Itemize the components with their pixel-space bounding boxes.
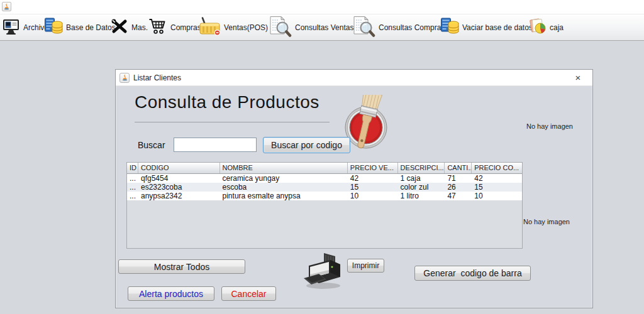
column-header-precio-ve[interactable]: PRECIO VE... <box>348 163 398 173</box>
table-row[interactable]: ... qfg5454 ceramica yungay 42 1 caja 71… <box>127 174 522 183</box>
java-app-icon <box>2 2 11 11</box>
column-header-nombre[interactable]: NOMBRE <box>220 163 348 173</box>
search-label: Buscar <box>138 140 165 150</box>
cell-nombre: escoba <box>220 183 348 192</box>
main-toolbar: Archivo Base de Datos <box>0 14 644 41</box>
cart-icon <box>148 17 167 38</box>
column-header-canti[interactable]: CANTI... <box>445 163 472 173</box>
database-icon <box>45 17 63 38</box>
toolbar-item-vaciar-base-de-datos[interactable]: Vaciar base de datos <box>441 14 533 40</box>
column-header-codigo[interactable]: CODIGO <box>138 163 220 173</box>
window-top-strip <box>0 0 644 14</box>
cell-precio-venta: 15 <box>348 183 398 192</box>
cell-precio-compra: 15 <box>472 183 522 192</box>
cell-descripcion: 1 caja <box>398 174 445 183</box>
table-row[interactable]: ... anypsa2342 pintura esmalte anypsa 10… <box>127 192 522 200</box>
toolbar-item-caja[interactable]: caja <box>528 14 564 40</box>
page-title: Consulta de Productos <box>135 92 319 112</box>
toolbar-item-archivo[interactable]: Archivo <box>3 14 48 40</box>
database-icon <box>441 17 459 38</box>
column-header-precio-co[interactable]: PRECIO CO... <box>472 163 522 173</box>
cell-precio-venta: 10 <box>348 192 398 200</box>
cell-cantidad: 47 <box>445 192 472 200</box>
toolbar-item-consultas-ventas[interactable]: Consultas Ventas <box>269 14 353 40</box>
products-table: ID CODIGO NOMBRE PRECIO VE... DESCRIPCI.… <box>126 162 523 249</box>
cell-id: ... <box>127 174 138 183</box>
mostrar-todos-button[interactable]: Mostrar Todos <box>118 259 245 274</box>
cell-codigo: anypsa2342 <box>138 192 220 200</box>
alerta-productos-button[interactable]: Alerta productos <box>128 286 214 301</box>
cell-codigo: qfg5454 <box>138 174 220 183</box>
cell-precio-venta: 42 <box>348 174 398 183</box>
cell-codigo: es2323coba <box>138 183 220 192</box>
search-document-icon <box>352 16 375 40</box>
toolbar-item-mas[interactable]: Mas. <box>111 14 148 40</box>
column-header-id[interactable]: ID <box>127 163 138 173</box>
toolbar-label: Consultas Compras <box>379 23 445 32</box>
printer-icon <box>303 252 344 293</box>
column-header-descripci[interactable]: DESCRIPCI... <box>398 163 445 173</box>
toolbar-label: Consultas Ventas <box>295 23 353 32</box>
toolbar-label: Compras <box>170 23 201 32</box>
heading-divider <box>135 122 330 122</box>
toolbar-item-base-de-datos[interactable]: Base de Datos <box>45 14 116 40</box>
toolbar-item-consultas-compras[interactable]: Consultas Compras <box>352 14 445 40</box>
cell-nombre: ceramica yungay <box>220 174 348 183</box>
search-input[interactable] <box>174 138 257 152</box>
dialog-title: Listar Clientes <box>133 73 181 82</box>
toolbar-label: caja <box>550 23 564 32</box>
no-image-label-bottom: No hay imagen <box>523 218 570 225</box>
table-row[interactable]: ... es2323coba escoba 15 color zul 26 15 <box>127 183 522 192</box>
toolbar-label: Mas. <box>131 23 148 32</box>
java-cup-icon <box>119 73 130 83</box>
search-document-icon <box>269 16 292 40</box>
cell-nombre: pintura esmalte anypsa <box>220 192 348 200</box>
listar-clientes-window: Listar Clientes × Consulta de Productos <box>115 69 593 308</box>
basket-icon <box>199 17 221 38</box>
cell-cantidad: 26 <box>445 183 472 192</box>
pie-chart-files-icon <box>528 18 547 37</box>
toolbar-label: Ventas(POS) <box>224 23 268 32</box>
paint-can-icon <box>343 95 391 158</box>
dialog-titlebar[interactable]: Listar Clientes × <box>116 70 592 86</box>
cell-descripcion: 1 litro <box>398 192 445 200</box>
generar-codigo-de-barra-button[interactable]: Generar codigo de barra <box>414 266 531 281</box>
cancelar-button[interactable]: Cancelar <box>221 286 276 301</box>
toolbar-item-compras[interactable]: Compras <box>148 14 201 40</box>
cell-cantidad: 71 <box>445 174 472 183</box>
tools-icon <box>111 18 128 37</box>
monitor-icon <box>3 18 20 38</box>
toolbar-item-ventas-pos[interactable]: Ventas(POS) <box>199 14 268 40</box>
imprimir-button[interactable]: Imprimir <box>347 259 384 273</box>
toolbar-label: Base de Datos <box>66 23 116 32</box>
close-icon[interactable]: × <box>571 72 585 84</box>
cell-precio-compra: 10 <box>472 192 522 200</box>
no-image-label-top: No hay imagen <box>526 122 573 130</box>
cell-precio-compra: 42 <box>472 174 522 183</box>
cell-descripcion: color zul <box>398 183 445 192</box>
table-header-row: ID CODIGO NOMBRE PRECIO VE... DESCRIPCI.… <box>127 163 522 174</box>
cell-id: ... <box>127 192 138 200</box>
cell-id: ... <box>127 183 138 192</box>
buscar-por-codigo-button[interactable]: Buscar por codigo <box>263 137 350 153</box>
dialog-content: Consulta de Productos No hay <box>116 86 592 308</box>
toolbar-label: Vaciar base de datos <box>462 23 533 32</box>
